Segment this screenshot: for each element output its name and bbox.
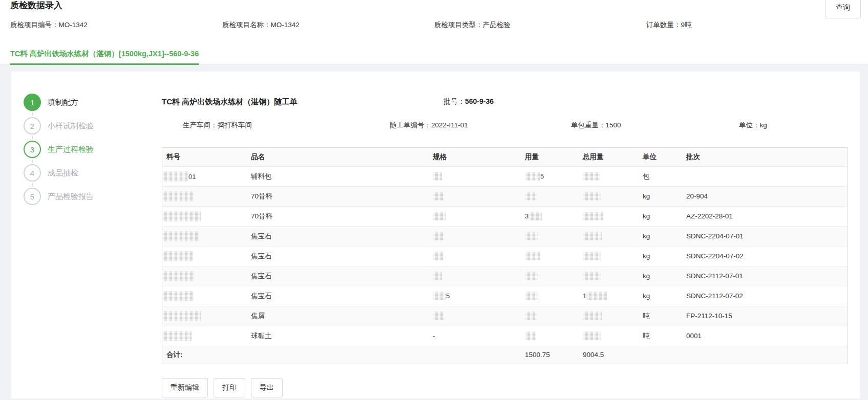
step-number: 1 <box>24 94 41 111</box>
cell-spec <box>429 306 521 326</box>
cell-name: 辅料包 <box>247 166 429 186</box>
cell-name: 球黏土 <box>247 326 429 346</box>
cell-usage <box>521 186 579 206</box>
table-row-5: 焦宝石kgSDNC-2204-07-02 <box>162 246 847 266</box>
redacted-value <box>162 251 193 261</box>
cell-material_no <box>162 266 247 286</box>
batch-field: 批号：560-9-36 <box>443 97 494 106</box>
column-header-1: 料号 <box>162 148 247 166</box>
step-4[interactable]: 4成品抽检 <box>24 164 157 182</box>
worksheet-info-field-2: 随工单编号：2022-I11-01 <box>390 121 571 130</box>
field-label: 随工单编号： <box>390 121 431 129</box>
redacted-value <box>162 191 194 202</box>
total-value: 9004.5 <box>579 346 639 364</box>
worksheet-info-field-1: 生产车间：捣打料车间 <box>183 121 390 130</box>
cell-unit: 包 <box>639 166 682 186</box>
column-header-2: 品名 <box>247 148 429 166</box>
redacted-value <box>162 271 195 281</box>
total-label: 合计: <box>162 346 247 364</box>
redacted-value <box>525 232 538 240</box>
table-row-9: 球黏土-吨0001 <box>162 326 847 346</box>
column-header-3: 规格 <box>429 148 521 166</box>
redacted-value <box>525 331 536 340</box>
redacted-value <box>433 212 446 220</box>
table-row-7: 焦宝石51kgSDNC-2112-07-02 <box>162 286 847 306</box>
redacted-visible-fragment: 5 <box>540 172 544 180</box>
query-button[interactable]: 查询 <box>825 0 861 18</box>
step-number: 3 <box>24 141 41 158</box>
worksheet-info-row: 生产车间：捣打料车间随工单编号：2022-I11-01单包重量：1500单位：k… <box>183 121 767 130</box>
step-3[interactable]: 3生产过程检验 <box>24 141 157 158</box>
cell-unit: kg <box>639 186 682 206</box>
cell-unit: kg <box>639 266 682 286</box>
redacted-value <box>583 252 601 260</box>
table-row-8: 焦屑吨FP-2112-10-15 <box>162 306 847 326</box>
total-value: 1500.75 <box>521 346 579 364</box>
step-2[interactable]: 2小样试制检验 <box>24 117 157 135</box>
tab-worksheet[interactable]: TC料 高炉出铁场水练材（湛钢）[1500kg,JX1]--560-9-36 <box>10 50 199 65</box>
column-header-5: 总用量 <box>579 148 639 166</box>
field-label: 质检项目名称： <box>222 21 271 29</box>
redacted-visible-fragment: 01 <box>188 172 196 180</box>
cell-usage: 3 <box>521 206 579 226</box>
redacted-visible-fragment: 3 <box>525 212 528 220</box>
field-value: 1500 <box>606 121 621 129</box>
total-value <box>639 346 682 364</box>
cell-material_no <box>162 326 247 346</box>
cell-name: 焦宝石 <box>247 266 429 286</box>
redacted-value <box>433 172 442 181</box>
column-header-6: 单位 <box>639 148 682 166</box>
export-button[interactable]: 导出 <box>251 378 283 397</box>
cell-unit: kg <box>639 206 682 226</box>
redacted-value <box>528 212 542 220</box>
cell-name: 70骨料 <box>247 186 429 206</box>
step-label: 生产过程检验 <box>48 145 94 154</box>
cell-text: - <box>433 332 435 340</box>
print-button[interactable]: 打印 <box>214 378 245 397</box>
project-info-field-4: 订单数量：9吨 <box>646 20 858 30</box>
redacted-value <box>162 291 194 301</box>
redacted-value <box>433 252 443 260</box>
field-label: 订单数量： <box>646 21 681 29</box>
step-1[interactable]: 1填制配方 <box>24 94 157 111</box>
redacted-value <box>525 292 538 300</box>
total-value <box>682 346 847 364</box>
redacted-value <box>583 172 600 181</box>
reedit-button[interactable]: 重新编辑 <box>162 378 208 397</box>
page-title: 质检数据录入 <box>10 0 62 11</box>
redacted-value <box>162 331 192 341</box>
process-steps: 1填制配方2小样试制检验3生产过程检验4成品抽检5产品检验报告 <box>24 94 157 211</box>
field-value: 9吨 <box>681 21 692 29</box>
cell-batch: SDNC-2112-07-01 <box>682 266 847 286</box>
field-value: 捣打料车间 <box>218 121 252 129</box>
cell-usage <box>521 226 579 246</box>
table-row-4: 焦宝石kgSDNC-2204-07-01 <box>162 226 847 246</box>
cell-spec <box>429 186 521 206</box>
column-header-7: 批次 <box>682 148 847 166</box>
worksheet-card: 1填制配方2小样试制检验3生产过程检验4成品抽检5产品检验报告 TC料 高炉出铁… <box>11 72 860 398</box>
step-number: 4 <box>24 164 41 182</box>
table-header-row: 料号品名规格用量总用量单位批次 <box>162 148 847 166</box>
field-value: MO-1342 <box>59 21 88 29</box>
cell-material_no: 01 <box>162 166 247 186</box>
cell-name: 焦屑 <box>247 306 429 326</box>
redacted-value <box>583 192 601 201</box>
project-info-row: 质检项目编号：MO-1342质检项目名称：MO-1342质检项目类型：产品检验订… <box>10 20 858 30</box>
cell-material_no <box>162 186 247 206</box>
batch-label: 批号： <box>443 97 465 105</box>
redacted-value <box>583 232 602 240</box>
materials-table: 料号品名规格用量总用量单位批次 01辅料包5包70骨料kg20-90470骨料3… <box>162 147 848 364</box>
cell-total_usage <box>579 266 639 286</box>
step-label: 成品抽检 <box>48 168 78 178</box>
table-total-row: 合计:1500.759004.5 <box>162 346 847 364</box>
cell-total_usage <box>579 166 639 186</box>
field-value: 产品检验 <box>483 21 511 29</box>
step-5[interactable]: 5产品检验报告 <box>24 188 157 205</box>
redacted-value <box>162 231 199 241</box>
cell-name: 焦宝石 <box>247 246 429 266</box>
cell-usage <box>521 286 579 306</box>
redacted-visible-fragment: 5 <box>446 292 450 300</box>
redacted-value <box>583 331 601 340</box>
cell-batch: SDNC-2112-07-02 <box>682 286 847 306</box>
cell-material_no <box>162 306 247 326</box>
